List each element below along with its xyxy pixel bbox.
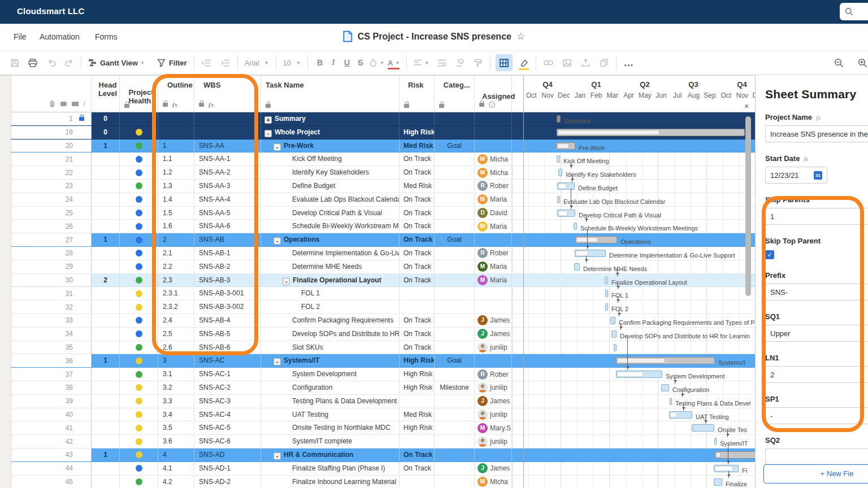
assigned-cell[interactable]: MMaria — [475, 260, 512, 273]
project-health-cell[interactable] — [120, 354, 158, 367]
assigned-cell[interactable]: MMaria — [475, 193, 512, 206]
assigned-cell[interactable]: RRober — [475, 180, 512, 193]
gantt-bar[interactable] — [556, 142, 575, 150]
risk-cell[interactable]: On Track — [400, 260, 435, 273]
risk-cell[interactable] — [400, 300, 435, 313]
category-cell[interactable] — [435, 166, 475, 179]
gantt-cell[interactable] — [512, 126, 755, 139]
risk-cell[interactable] — [400, 112, 435, 125]
wbs-cell[interactable]: SNS-AB-3 — [194, 274, 261, 287]
gantt-cell[interactable]: Summary — [512, 112, 755, 125]
task-name-cell[interactable]: Schedule Bi-Weekly Workstream Meetings — [261, 220, 400, 233]
gantt-bar[interactable] — [557, 210, 575, 217]
wbs-cell[interactable]: SNS-AD-1 — [194, 462, 261, 475]
grid-lines-toggle[interactable] — [496, 54, 513, 71]
project-health-cell[interactable] — [120, 368, 158, 381]
menu-file[interactable]: File — [14, 32, 27, 41]
row-number-cell[interactable]: 29 — [11, 260, 92, 273]
row-number-cell[interactable]: 26 — [11, 220, 92, 233]
risk-cell[interactable]: High Risk — [400, 421, 435, 434]
wbs-cell[interactable]: SNS-AC-2 — [194, 381, 261, 394]
row-number-cell[interactable]: 20 — [11, 140, 92, 152]
save-button[interactable] — [8, 55, 21, 71]
outline-cell[interactable]: 4 — [158, 448, 194, 461]
head-level-cell[interactable] — [92, 341, 120, 354]
summary-input[interactable]: Upper — [765, 325, 868, 342]
table-row[interactable]: 2712SNS-AB-OperationsOn TrackGoalOperati… — [11, 233, 755, 247]
assigned-cell[interactable] — [475, 233, 512, 246]
gantt-cell[interactable]: Testing Plans & Data Devel — [512, 395, 755, 408]
row-number-cell[interactable]: 23 — [11, 180, 92, 193]
wbs-cell[interactable]: SNS-AB-2 — [194, 260, 261, 273]
table-row[interactable]: 373.1SNS-AC-1System DevelopmentHigh Risk… — [11, 368, 755, 381]
project-health-cell[interactable] — [120, 193, 158, 206]
expand-toggle[interactable]: - — [274, 143, 281, 151]
outline-cell[interactable] — [158, 112, 194, 125]
gantt-bar[interactable] — [616, 357, 715, 364]
header-head-level[interactable]: Head Level — [92, 76, 120, 112]
assigned-cell[interactable]: DDavid — [475, 207, 512, 220]
head-level-cell[interactable] — [92, 314, 120, 327]
align-button[interactable]: ▼ — [412, 55, 431, 71]
assigned-cell[interactable]: MMicha — [475, 152, 512, 165]
head-level-cell[interactable] — [92, 435, 120, 448]
outline-cell[interactable]: 2.5 — [158, 328, 194, 341]
wbs-cell[interactable]: SNS-AA-4 — [194, 193, 261, 206]
header-assigned[interactable]: Assigned i — [475, 76, 512, 112]
category-cell[interactable] — [435, 435, 475, 448]
gantt-cell[interactable]: Confirm Packaging Requirements and Types… — [512, 314, 755, 327]
font-family-select[interactable]: Arial▼ — [243, 55, 271, 71]
row-number-cell[interactable]: 40 — [11, 408, 92, 421]
outline-cell[interactable]: 1.4 — [158, 193, 194, 206]
zoom-out-button[interactable] — [832, 55, 845, 71]
gantt-cell[interactable]: System Development — [512, 368, 755, 381]
project-health-cell[interactable] — [120, 341, 158, 354]
risk-cell[interactable]: On Track — [400, 247, 435, 260]
project-health-cell[interactable] — [120, 381, 158, 394]
gantt-cell[interactable] — [512, 448, 755, 461]
head-level-cell[interactable]: 0 — [92, 112, 120, 125]
task-name-cell[interactable]: Define Budget — [261, 180, 400, 193]
print-button[interactable] — [26, 55, 40, 71]
row-number-header[interactable]: i — [11, 76, 92, 112]
category-cell[interactable]: Goal — [435, 140, 475, 152]
header-wbs[interactable]: WBS fx — [194, 76, 261, 112]
gantt-cell[interactable]: System/IT — [512, 435, 755, 448]
fill-color-button[interactable]: ▼ — [367, 55, 386, 71]
outdent-button[interactable] — [199, 55, 213, 71]
outline-cell[interactable]: 2.2 — [158, 260, 194, 273]
gantt-cell[interactable]: Fi — [512, 462, 755, 475]
table-row[interactable]: 322.3.2SNS-AB-3-002FOL 2FOL 2 — [11, 300, 755, 314]
category-cell[interactable] — [435, 341, 475, 354]
summary-input[interactable]: Increase SNS presence in the J — [765, 125, 868, 142]
gantt-bar[interactable] — [610, 317, 615, 324]
task-name-cell[interactable]: +Summary — [261, 112, 400, 125]
brand-name[interactable]: Cloudsmart LLC — [17, 6, 84, 16]
summary-checkbox[interactable]: ✓ — [765, 250, 774, 259]
expand-toggle[interactable]: + — [264, 116, 272, 124]
risk-cell[interactable]: High Risk — [400, 381, 435, 394]
assigned-cell[interactable]: MMaria — [475, 274, 512, 287]
project-health-cell[interactable] — [120, 287, 158, 300]
text-color-button[interactable]: A▼ — [386, 55, 401, 71]
gantt-bar[interactable] — [557, 196, 560, 203]
wbs-cell[interactable]: SNS-AD-2 — [194, 476, 261, 488]
gantt-bar[interactable] — [661, 384, 669, 391]
gantt-cell[interactable]: Operations — [512, 233, 755, 246]
assigned-cell[interactable]: juniiip — [475, 341, 512, 354]
row-number-cell[interactable]: 24 — [11, 193, 92, 206]
table-row[interactable]: 261.6SNS-AA-6Schedule Bi-Weekly Workstre… — [11, 220, 755, 233]
gantt-bar[interactable] — [670, 398, 672, 405]
gantt-bar[interactable] — [714, 465, 739, 472]
project-health-cell[interactable] — [120, 260, 158, 273]
assigned-cell[interactable]: JJames — [475, 328, 512, 341]
table-row[interactable]: 241.4SNS-AA-4Evaluate Lab Ops Blackout C… — [11, 193, 755, 207]
wbs-cell[interactable]: SNS-AB — [194, 233, 261, 246]
category-cell[interactable] — [435, 314, 475, 327]
category-cell[interactable] — [435, 247, 475, 260]
wbs-cell[interactable]: SNS-AC — [194, 354, 261, 367]
category-cell[interactable] — [435, 448, 475, 461]
row-number-cell[interactable]: 38 — [11, 381, 92, 394]
category-cell[interactable] — [435, 126, 475, 139]
calendar-icon[interactable]: 31 — [814, 171, 822, 180]
